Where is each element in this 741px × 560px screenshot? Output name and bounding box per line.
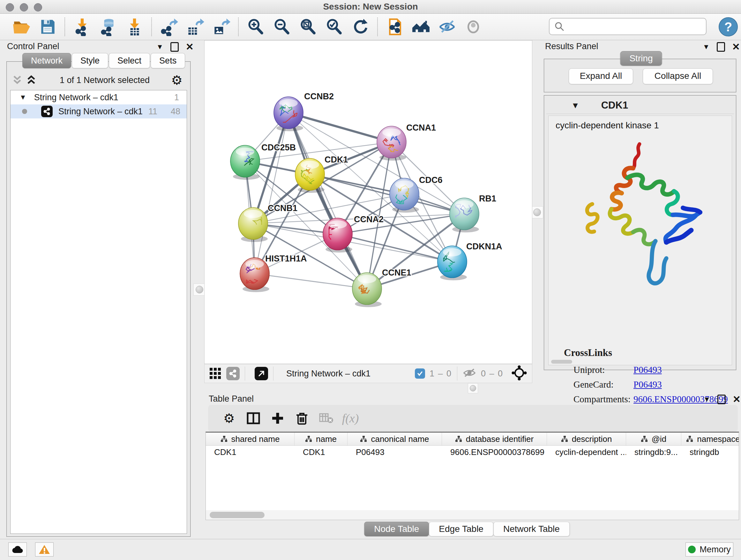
network-node-cdc25b[interactable]: CDC25B bbox=[230, 143, 296, 180]
left-splitter-handle[interactable] bbox=[193, 284, 205, 296]
right-splitter[interactable] bbox=[532, 40, 541, 383]
zoom-fit-icon[interactable] bbox=[295, 17, 321, 37]
scrollbar-thumb[interactable] bbox=[210, 512, 265, 518]
gene-entry-header[interactable]: ▼ CDK1 bbox=[546, 97, 734, 114]
table-horizontal-scrollbar[interactable] bbox=[205, 510, 739, 520]
tab-node-table[interactable]: Node Table bbox=[364, 522, 429, 537]
gene-symbol: CDK1 bbox=[601, 100, 628, 111]
table-cell[interactable]: cyclin-dependent ... bbox=[547, 446, 626, 458]
network-canvas[interactable]: CCNB2CCNA1CDC25BCDK1CDC6RB1CCNB1CCNA2CDK… bbox=[204, 40, 532, 364]
tab-sets[interactable]: Sets bbox=[151, 53, 185, 68]
column-header--id[interactable]: @id bbox=[626, 433, 681, 445]
crosslink-link[interactable]: P06493 bbox=[633, 365, 662, 375]
network-row[interactable]: String Network – cdk1 11 48 bbox=[10, 105, 187, 118]
fit-content-crosshair-icon[interactable] bbox=[512, 365, 527, 382]
help-icon[interactable]: ? bbox=[719, 17, 738, 37]
grid-view-icon[interactable] bbox=[209, 367, 222, 380]
tab-network-table[interactable]: Network Table bbox=[493, 522, 569, 537]
table-cell[interactable]: CDK1 bbox=[206, 446, 294, 458]
apply-layout-icon[interactable] bbox=[347, 17, 374, 37]
network-edge[interactable] bbox=[288, 113, 392, 142]
zoom-in-icon[interactable] bbox=[243, 17, 269, 37]
import-network-icon[interactable] bbox=[69, 17, 95, 37]
float-panel-icon[interactable] bbox=[717, 42, 725, 52]
hide-selected-icon[interactable] bbox=[434, 17, 460, 37]
network-node-cdc6[interactable]: CDC6 bbox=[390, 175, 443, 212]
column-header-canonical-name[interactable]: canonical name bbox=[347, 433, 442, 445]
float-panel-icon[interactable] bbox=[171, 42, 179, 52]
import-network-database-icon[interactable] bbox=[95, 17, 121, 37]
column-header-database-identifier[interactable]: database identifier bbox=[442, 433, 547, 445]
collapse-all-button[interactable]: Collapse All bbox=[643, 68, 713, 84]
network-node-ccna1[interactable]: CCNA1 bbox=[377, 123, 436, 161]
export-network-icon[interactable] bbox=[156, 17, 182, 37]
open-session-icon[interactable] bbox=[8, 17, 35, 37]
expand-all-icon[interactable] bbox=[24, 74, 38, 86]
zoom-selected-icon[interactable] bbox=[321, 17, 347, 37]
network-view-toolbar: String Network – cdk1 1 – 0 0 – 0 bbox=[204, 364, 532, 383]
table-row[interactable]: CDK1CDK1P064939606.ENSP00000378699cyclin… bbox=[206, 446, 739, 458]
tab-style[interactable]: Style bbox=[72, 53, 108, 68]
column-header-name[interactable]: name bbox=[294, 433, 347, 445]
first-neighbors-icon[interactable] bbox=[408, 17, 434, 37]
collapse-panel-icon[interactable]: ▼ bbox=[703, 395, 711, 403]
table-cell[interactable]: stringdb bbox=[681, 446, 739, 458]
memory-button[interactable]: Memory bbox=[685, 543, 733, 557]
network-edge[interactable] bbox=[255, 273, 367, 289]
zoom-out-icon[interactable] bbox=[269, 17, 295, 37]
table-cell[interactable]: CDK1 bbox=[294, 446, 347, 458]
table-cell[interactable]: 9606.ENSP00000378699 bbox=[442, 446, 547, 458]
save-session-icon[interactable] bbox=[35, 17, 61, 37]
close-panel-icon[interactable]: ✕ bbox=[732, 43, 740, 51]
column-header-namespace[interactable]: namespace bbox=[681, 433, 739, 445]
close-panel-icon[interactable]: ✕ bbox=[186, 43, 194, 51]
collapse-panel-icon[interactable]: ▼ bbox=[156, 43, 163, 51]
network-edge[interactable] bbox=[255, 113, 288, 273]
cloud-icon[interactable] bbox=[8, 543, 27, 557]
float-panel-icon[interactable] bbox=[718, 395, 726, 404]
network-node-ccnb1[interactable]: CCNB1 bbox=[239, 203, 297, 242]
column-header-shared-name[interactable]: shared name bbox=[206, 433, 294, 445]
network-node-rb1[interactable]: RB1 bbox=[450, 194, 496, 233]
table-cell[interactable]: P06493 bbox=[347, 446, 442, 458]
network-from-file-icon[interactable] bbox=[382, 17, 408, 37]
selected-checkbox-icon[interactable] bbox=[415, 368, 425, 379]
tab-select[interactable]: Select bbox=[109, 53, 150, 68]
network-view-icon[interactable] bbox=[226, 367, 240, 380]
expand-all-button[interactable]: Expand All bbox=[569, 68, 633, 84]
close-panel-icon[interactable]: ✕ bbox=[733, 395, 741, 403]
import-table-icon[interactable] bbox=[121, 17, 147, 37]
show-columns-icon[interactable] bbox=[241, 409, 266, 428]
birds-eye-view-icon[interactable] bbox=[255, 367, 268, 380]
export-table-icon[interactable] bbox=[182, 17, 208, 37]
tab-network[interactable]: Network bbox=[22, 53, 71, 68]
tree-expander-icon[interactable]: ▼ bbox=[19, 93, 26, 102]
network-collection-row[interactable]: ▼ String Network – cdk1 1 bbox=[10, 90, 187, 105]
column-header-description[interactable]: description bbox=[547, 433, 626, 445]
results-panel-title: Results Panel bbox=[545, 42, 598, 51]
create-column-icon[interactable] bbox=[266, 409, 290, 428]
network-node-ccnb2[interactable]: CCNB2 bbox=[274, 91, 334, 131]
network-node-hist1h1a[interactable]: HIST1H1A bbox=[240, 254, 307, 292]
table-options-gear-icon[interactable]: ⚙ bbox=[217, 409, 241, 428]
control-panel-title: Control Panel bbox=[7, 42, 59, 51]
tab-string[interactable]: String bbox=[620, 51, 662, 66]
search-box[interactable] bbox=[549, 18, 706, 35]
search-input[interactable] bbox=[565, 21, 694, 32]
show-all-icon[interactable] bbox=[460, 17, 486, 37]
collapse-panel-icon[interactable]: ▼ bbox=[703, 43, 710, 51]
warning-icon[interactable] bbox=[35, 543, 54, 557]
control-panel-controls: ▼ ✕ bbox=[156, 42, 194, 52]
content-scrollbar-thumb[interactable] bbox=[551, 360, 572, 364]
network-options-gear-icon[interactable]: ⚙ bbox=[171, 74, 183, 86]
entry-expander-icon[interactable]: ▼ bbox=[571, 101, 580, 111]
collapse-all-icon[interactable] bbox=[10, 74, 24, 86]
network-node-cdkn1a[interactable]: CDKN1A bbox=[437, 242, 502, 280]
export-image-icon[interactable] bbox=[208, 17, 234, 37]
network-node-ccne1[interactable]: CCNE1 bbox=[352, 268, 411, 307]
tab-edge-table[interactable]: Edge Table bbox=[429, 522, 493, 537]
crosslink-link[interactable]: P06493 bbox=[633, 379, 662, 390]
delete-column-trash-icon[interactable] bbox=[290, 409, 314, 428]
horizontal-splitter-handle[interactable] bbox=[468, 383, 478, 393]
table-cell[interactable]: stringdb:9... bbox=[626, 446, 681, 458]
